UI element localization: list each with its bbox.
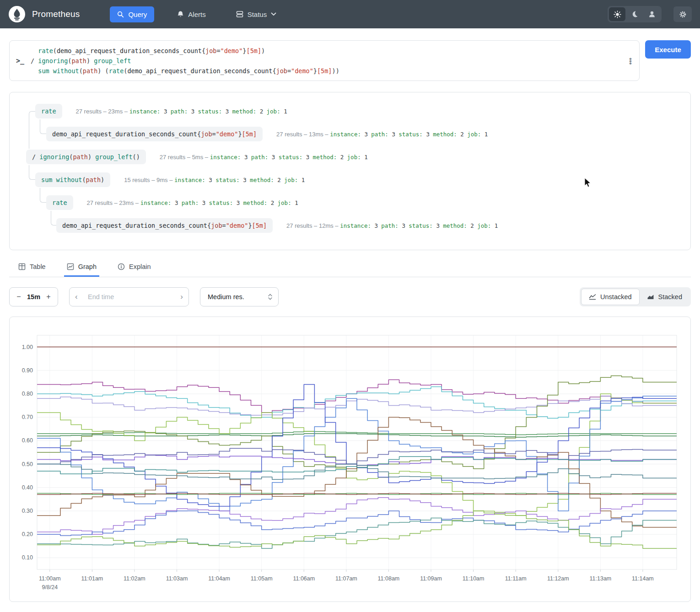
terminal-prompt-icon: >_ xyxy=(10,45,31,76)
theme-auto-button[interactable] xyxy=(644,7,660,21)
x-tick-label: 11:07am xyxy=(335,575,357,582)
tab-graph[interactable]: Graph xyxy=(64,259,99,277)
query-expression-text[interactable]: rate(demo_api_request_duration_seconds_c… xyxy=(31,45,621,76)
tab-explain-label: Explain xyxy=(129,263,151,270)
table-icon xyxy=(18,263,26,270)
label-cardinality: instance: xyxy=(340,222,371,229)
x-tick-label: 11:08am xyxy=(378,575,400,582)
result-tabs: Table Graph Explain xyxy=(9,259,691,277)
y-tick-label: 0.20 xyxy=(22,531,33,537)
range-value[interactable]: 15m xyxy=(25,293,42,301)
label-cardinality: status: xyxy=(279,154,303,161)
nav-item-status[interactable]: Status xyxy=(229,6,284,22)
stacked-label: Stacked xyxy=(658,293,682,301)
range-selector: − 15m + xyxy=(9,287,58,306)
tree-connector xyxy=(29,111,35,149)
eval-duration: 9ms xyxy=(156,177,168,183)
result-count: 27 results xyxy=(87,199,113,206)
tree-node-stats: 27 results – 12ms – instance: 3 path: 3 … xyxy=(286,222,498,229)
tree-node-chip[interactable]: / ignoring(path) group_left() xyxy=(26,150,146,164)
tab-table[interactable]: Table xyxy=(16,259,48,277)
label-cardinality: job: xyxy=(284,177,298,183)
y-tick-label: 0.50 xyxy=(22,461,33,467)
label-cardinality: job: xyxy=(347,154,361,161)
y-tick-label: 1.00 xyxy=(22,344,33,350)
label-cardinality: path: xyxy=(182,199,199,206)
tree-node-chip[interactable]: rate xyxy=(35,104,62,118)
theme-dark-button[interactable] xyxy=(626,7,643,21)
x-tick-label: 11:01am xyxy=(81,575,103,582)
label-cardinality: instance: xyxy=(129,108,161,115)
execute-button[interactable]: Execute xyxy=(645,40,691,59)
eval-duration: 23ms xyxy=(119,199,134,206)
range-increase-button[interactable]: + xyxy=(42,293,55,301)
y-tick-label: 0.80 xyxy=(22,391,33,397)
tree-node-chip[interactable]: demo_api_request_duration_seconds_count{… xyxy=(46,127,263,141)
query-tree-panel: rate27 results – 23ms – instance: 3 path… xyxy=(9,92,691,250)
y-tick-label: 0.30 xyxy=(22,508,33,514)
info-icon xyxy=(118,263,125,270)
tree-row: demo_api_request_duration_seconds_count{… xyxy=(18,214,682,237)
tree-row: demo_api_request_duration_seconds_count{… xyxy=(18,123,682,145)
stacked-button[interactable]: Stacked xyxy=(640,289,689,305)
end-time-next-button[interactable]: › xyxy=(175,292,183,301)
chevron-down-icon xyxy=(271,12,276,16)
label-cardinality: method: xyxy=(313,154,337,161)
label-cardinality: path: xyxy=(381,222,398,229)
time-series-chart[interactable]: 11:00am11:01am11:02am11:03am11:04am11:05… xyxy=(11,319,689,599)
result-count: 27 results xyxy=(276,131,302,138)
tree-node-stats: 27 results – 13ms – instance: 3 path: 3 … xyxy=(276,131,488,138)
label-cardinality: method: xyxy=(443,222,467,229)
tree-node-stats: 15 results – 9ms – instance: 3 status: 3… xyxy=(124,177,305,183)
query-line: / ignoring(path) group_left xyxy=(31,56,621,66)
kebab-menu-icon[interactable]: ••• xyxy=(629,57,632,64)
tab-explain[interactable]: Explain xyxy=(115,259,154,277)
label-cardinality: status: xyxy=(198,108,222,115)
end-time-input[interactable]: End time xyxy=(83,293,175,301)
x-tick-label: 11:00am xyxy=(39,575,61,582)
result-count: 27 results xyxy=(76,108,102,115)
nav-item-alerts[interactable]: Alerts xyxy=(170,6,213,22)
tab-graph-label: Graph xyxy=(78,263,97,270)
navbar: Prometheus Query Alerts Status xyxy=(0,0,700,28)
moon-icon xyxy=(631,11,638,18)
nav-item-query[interactable]: Query xyxy=(110,6,154,22)
end-time-picker[interactable]: ‹ End time › xyxy=(69,287,189,306)
result-count: 15 results xyxy=(124,177,150,183)
tab-table-label: Table xyxy=(30,263,46,270)
x-tick-label: 11:03am xyxy=(166,575,188,582)
label-cardinality: instance: xyxy=(140,199,172,206)
tree-node-chip[interactable]: rate xyxy=(46,195,73,210)
tree-connector xyxy=(40,188,46,203)
label-cardinality: method: xyxy=(433,131,457,138)
chart-panel: 11:00am11:01am11:02am11:03am11:04am11:05… xyxy=(9,317,691,602)
tree-node-chip[interactable]: demo_api_request_duration_seconds_count{… xyxy=(56,218,273,233)
x-tick-label: 11:06am xyxy=(293,575,315,582)
sun-icon xyxy=(614,11,621,18)
theme-light-button[interactable] xyxy=(609,7,625,21)
query-line: sum without(path) (rate(demo_api_request… xyxy=(31,66,621,76)
prometheus-logo-icon xyxy=(8,5,26,23)
resolution-select[interactable]: Medium res. xyxy=(200,287,279,306)
eval-duration: 23ms xyxy=(108,108,123,115)
eval-duration: 5ms xyxy=(192,154,204,161)
range-decrease-button[interactable]: − xyxy=(12,293,25,301)
query-line: rate(demo_api_request_duration_seconds_c… xyxy=(31,46,621,56)
result-count: 27 results xyxy=(160,154,185,161)
tree-node-stats: 27 results – 23ms – instance: 3 path: 3 … xyxy=(76,108,287,115)
theme-toggle-group xyxy=(608,6,662,22)
query-expression-input[interactable]: >_ rate(demo_api_request_duration_second… xyxy=(9,40,640,81)
stacking-toggle-group: Unstacked Stacked xyxy=(580,287,691,306)
settings-button[interactable] xyxy=(673,6,692,22)
tree-row: / ignoring(path) group_left()27 results … xyxy=(18,145,682,168)
server-icon xyxy=(236,11,243,18)
user-icon xyxy=(648,11,656,18)
label-cardinality: status: xyxy=(409,222,433,229)
label-cardinality: status: xyxy=(209,199,233,206)
end-time-prev-button[interactable]: ‹ xyxy=(75,292,83,301)
tree-connector xyxy=(29,165,35,180)
x-date-label: 9/8/24 xyxy=(42,584,58,591)
search-icon xyxy=(117,11,124,18)
unstacked-button[interactable]: Unstacked xyxy=(581,289,640,305)
tree-node-chip[interactable]: sum without(path) xyxy=(35,172,110,187)
